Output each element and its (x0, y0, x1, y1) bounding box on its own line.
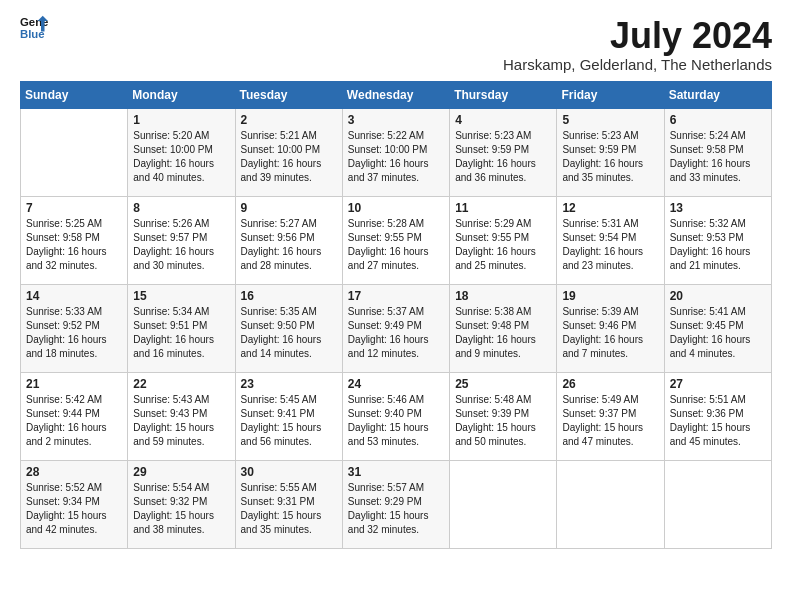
day-info: Sunrise: 5:22 AM Sunset: 10:00 PM Daylig… (348, 129, 444, 185)
day-cell: 20Sunrise: 5:41 AM Sunset: 9:45 PM Dayli… (664, 284, 771, 372)
calendar: SundayMondayTuesdayWednesdayThursdayFrid… (20, 81, 772, 549)
weekday-header-saturday: Saturday (664, 81, 771, 108)
day-cell: 1Sunrise: 5:20 AM Sunset: 10:00 PM Dayli… (128, 108, 235, 196)
weekday-header-monday: Monday (128, 81, 235, 108)
day-number: 15 (133, 289, 229, 303)
day-info: Sunrise: 5:28 AM Sunset: 9:55 PM Dayligh… (348, 217, 444, 273)
day-info: Sunrise: 5:49 AM Sunset: 9:37 PM Dayligh… (562, 393, 658, 449)
title-area: July 2024 Harskamp, Gelderland, The Neth… (503, 16, 772, 73)
weekday-header-friday: Friday (557, 81, 664, 108)
weekday-header-tuesday: Tuesday (235, 81, 342, 108)
day-number: 2 (241, 113, 337, 127)
day-info: Sunrise: 5:20 AM Sunset: 10:00 PM Daylig… (133, 129, 229, 185)
day-cell: 24Sunrise: 5:46 AM Sunset: 9:40 PM Dayli… (342, 372, 449, 460)
day-cell: 7Sunrise: 5:25 AM Sunset: 9:58 PM Daylig… (21, 196, 128, 284)
day-cell: 6Sunrise: 5:24 AM Sunset: 9:58 PM Daylig… (664, 108, 771, 196)
week-row-3: 14Sunrise: 5:33 AM Sunset: 9:52 PM Dayli… (21, 284, 772, 372)
weekday-header-row: SundayMondayTuesdayWednesdayThursdayFrid… (21, 81, 772, 108)
day-number: 22 (133, 377, 229, 391)
day-number: 9 (241, 201, 337, 215)
day-cell: 27Sunrise: 5:51 AM Sunset: 9:36 PM Dayli… (664, 372, 771, 460)
day-info: Sunrise: 5:37 AM Sunset: 9:49 PM Dayligh… (348, 305, 444, 361)
calendar-body: 1Sunrise: 5:20 AM Sunset: 10:00 PM Dayli… (21, 108, 772, 548)
day-number: 25 (455, 377, 551, 391)
day-info: Sunrise: 5:35 AM Sunset: 9:50 PM Dayligh… (241, 305, 337, 361)
day-info: Sunrise: 5:23 AM Sunset: 9:59 PM Dayligh… (562, 129, 658, 185)
day-cell: 12Sunrise: 5:31 AM Sunset: 9:54 PM Dayli… (557, 196, 664, 284)
day-cell (21, 108, 128, 196)
day-cell: 23Sunrise: 5:45 AM Sunset: 9:41 PM Dayli… (235, 372, 342, 460)
day-number: 6 (670, 113, 766, 127)
svg-text:Blue: Blue (20, 28, 45, 40)
day-cell: 14Sunrise: 5:33 AM Sunset: 9:52 PM Dayli… (21, 284, 128, 372)
day-cell: 4Sunrise: 5:23 AM Sunset: 9:59 PM Daylig… (450, 108, 557, 196)
day-cell: 31Sunrise: 5:57 AM Sunset: 9:29 PM Dayli… (342, 460, 449, 548)
day-cell: 8Sunrise: 5:26 AM Sunset: 9:57 PM Daylig… (128, 196, 235, 284)
day-cell: 13Sunrise: 5:32 AM Sunset: 9:53 PM Dayli… (664, 196, 771, 284)
day-cell: 17Sunrise: 5:37 AM Sunset: 9:49 PM Dayli… (342, 284, 449, 372)
day-cell: 19Sunrise: 5:39 AM Sunset: 9:46 PM Dayli… (557, 284, 664, 372)
day-cell: 28Sunrise: 5:52 AM Sunset: 9:34 PM Dayli… (21, 460, 128, 548)
day-number: 3 (348, 113, 444, 127)
day-cell: 18Sunrise: 5:38 AM Sunset: 9:48 PM Dayli… (450, 284, 557, 372)
day-info: Sunrise: 5:48 AM Sunset: 9:39 PM Dayligh… (455, 393, 551, 449)
month-year: July 2024 (503, 16, 772, 56)
day-cell: 5Sunrise: 5:23 AM Sunset: 9:59 PM Daylig… (557, 108, 664, 196)
day-number: 12 (562, 201, 658, 215)
weekday-header-thursday: Thursday (450, 81, 557, 108)
day-info: Sunrise: 5:31 AM Sunset: 9:54 PM Dayligh… (562, 217, 658, 273)
day-info: Sunrise: 5:41 AM Sunset: 9:45 PM Dayligh… (670, 305, 766, 361)
day-info: Sunrise: 5:51 AM Sunset: 9:36 PM Dayligh… (670, 393, 766, 449)
day-info: Sunrise: 5:27 AM Sunset: 9:56 PM Dayligh… (241, 217, 337, 273)
week-row-1: 1Sunrise: 5:20 AM Sunset: 10:00 PM Dayli… (21, 108, 772, 196)
day-info: Sunrise: 5:38 AM Sunset: 9:48 PM Dayligh… (455, 305, 551, 361)
day-cell: 26Sunrise: 5:49 AM Sunset: 9:37 PM Dayli… (557, 372, 664, 460)
day-cell: 11Sunrise: 5:29 AM Sunset: 9:55 PM Dayli… (450, 196, 557, 284)
day-cell (450, 460, 557, 548)
day-number: 16 (241, 289, 337, 303)
logo-icon: General Blue (20, 14, 48, 42)
logo: General Blue (20, 16, 48, 44)
day-info: Sunrise: 5:54 AM Sunset: 9:32 PM Dayligh… (133, 481, 229, 537)
day-info: Sunrise: 5:34 AM Sunset: 9:51 PM Dayligh… (133, 305, 229, 361)
day-info: Sunrise: 5:57 AM Sunset: 9:29 PM Dayligh… (348, 481, 444, 537)
day-info: Sunrise: 5:32 AM Sunset: 9:53 PM Dayligh… (670, 217, 766, 273)
day-number: 26 (562, 377, 658, 391)
day-cell: 21Sunrise: 5:42 AM Sunset: 9:44 PM Dayli… (21, 372, 128, 460)
day-number: 4 (455, 113, 551, 127)
day-info: Sunrise: 5:39 AM Sunset: 9:46 PM Dayligh… (562, 305, 658, 361)
weekday-header-sunday: Sunday (21, 81, 128, 108)
day-info: Sunrise: 5:26 AM Sunset: 9:57 PM Dayligh… (133, 217, 229, 273)
day-info: Sunrise: 5:21 AM Sunset: 10:00 PM Daylig… (241, 129, 337, 185)
day-cell: 9Sunrise: 5:27 AM Sunset: 9:56 PM Daylig… (235, 196, 342, 284)
day-number: 27 (670, 377, 766, 391)
day-number: 17 (348, 289, 444, 303)
day-cell: 22Sunrise: 5:43 AM Sunset: 9:43 PM Dayli… (128, 372, 235, 460)
day-cell: 3Sunrise: 5:22 AM Sunset: 10:00 PM Dayli… (342, 108, 449, 196)
day-info: Sunrise: 5:24 AM Sunset: 9:58 PM Dayligh… (670, 129, 766, 185)
day-info: Sunrise: 5:55 AM Sunset: 9:31 PM Dayligh… (241, 481, 337, 537)
week-row-5: 28Sunrise: 5:52 AM Sunset: 9:34 PM Dayli… (21, 460, 772, 548)
day-cell: 30Sunrise: 5:55 AM Sunset: 9:31 PM Dayli… (235, 460, 342, 548)
day-number: 11 (455, 201, 551, 215)
day-cell: 15Sunrise: 5:34 AM Sunset: 9:51 PM Dayli… (128, 284, 235, 372)
day-number: 31 (348, 465, 444, 479)
day-cell (664, 460, 771, 548)
week-row-2: 7Sunrise: 5:25 AM Sunset: 9:58 PM Daylig… (21, 196, 772, 284)
day-number: 1 (133, 113, 229, 127)
day-number: 30 (241, 465, 337, 479)
day-info: Sunrise: 5:23 AM Sunset: 9:59 PM Dayligh… (455, 129, 551, 185)
day-number: 19 (562, 289, 658, 303)
day-cell: 2Sunrise: 5:21 AM Sunset: 10:00 PM Dayli… (235, 108, 342, 196)
day-number: 28 (26, 465, 122, 479)
day-number: 7 (26, 201, 122, 215)
day-info: Sunrise: 5:29 AM Sunset: 9:55 PM Dayligh… (455, 217, 551, 273)
day-cell: 16Sunrise: 5:35 AM Sunset: 9:50 PM Dayli… (235, 284, 342, 372)
day-number: 14 (26, 289, 122, 303)
day-cell: 29Sunrise: 5:54 AM Sunset: 9:32 PM Dayli… (128, 460, 235, 548)
day-number: 24 (348, 377, 444, 391)
day-cell: 25Sunrise: 5:48 AM Sunset: 9:39 PM Dayli… (450, 372, 557, 460)
day-number: 29 (133, 465, 229, 479)
day-info: Sunrise: 5:43 AM Sunset: 9:43 PM Dayligh… (133, 393, 229, 449)
location: Harskamp, Gelderland, The Netherlands (503, 56, 772, 73)
